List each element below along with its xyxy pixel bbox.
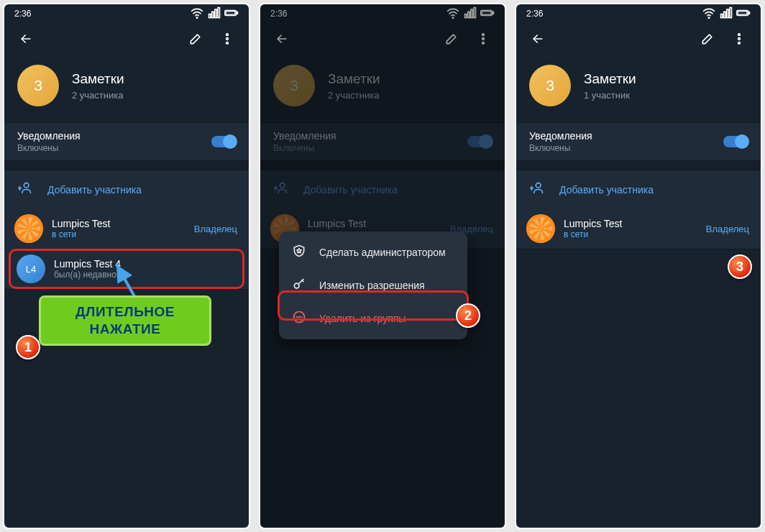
signal-icon [719, 6, 733, 22]
svg-rect-4 [218, 7, 220, 17]
battery-icon [480, 6, 495, 22]
group-avatar[interactable]: З [273, 65, 315, 106]
step-badge-3: 3 [728, 254, 752, 279]
svg-point-40 [738, 38, 741, 40]
svg-point-0 [196, 17, 197, 18]
svg-rect-21 [493, 12, 493, 14]
back-button[interactable] [13, 26, 39, 52]
notifications-toggle[interactable] [723, 136, 748, 147]
ctx-remove-label: Удалить из группы [319, 313, 406, 324]
member-status: в сети [52, 229, 110, 239]
notifications-state: Включены [273, 143, 336, 153]
group-title: Заметки [328, 71, 380, 87]
notifications-row[interactable]: Уведомления Включены [260, 122, 505, 161]
screen-3: 2:36 З Заметки 1 участник [515, 3, 762, 529]
edit-button[interactable] [183, 26, 209, 52]
svg-rect-20 [482, 11, 491, 14]
key-icon [292, 277, 306, 294]
notifications-title: Уведомления [17, 130, 81, 142]
ctx-remove[interactable]: Удалить из группы [279, 302, 467, 335]
add-member-label: Добавить участника [47, 184, 142, 196]
member-status: в сети [564, 229, 622, 239]
back-button[interactable] [525, 26, 551, 52]
back-button[interactable] [269, 26, 295, 52]
status-icons [190, 6, 239, 22]
toolbar [4, 23, 249, 55]
signal-icon [207, 6, 221, 22]
svg-rect-2 [212, 12, 214, 17]
wifi-icon [702, 6, 716, 22]
battery-icon [224, 6, 239, 22]
svg-rect-38 [748, 12, 749, 14]
svg-rect-17 [471, 9, 473, 18]
add-member-icon [529, 180, 545, 198]
group-subtitle: 2 участника [72, 90, 124, 101]
group-title: Заметки [584, 71, 636, 87]
add-member-label: Добавить участника [303, 184, 398, 196]
group-title: Заметки [72, 71, 124, 87]
member-name: Lumpics Test [308, 218, 366, 229]
more-button[interactable] [726, 26, 752, 52]
notifications-row[interactable]: Уведомления Включены [516, 122, 761, 161]
ctx-make-admin[interactable]: Сделать администратором [279, 236, 467, 269]
notifications-title: Уведомления [529, 130, 592, 142]
svg-rect-16 [468, 12, 470, 17]
add-member-row[interactable]: Добавить участника [260, 170, 505, 208]
svg-rect-7 [237, 12, 237, 14]
status-icons [446, 6, 495, 22]
svg-rect-34 [727, 9, 729, 18]
more-button[interactable] [470, 26, 496, 52]
svg-point-41 [738, 42, 741, 45]
wifi-icon [446, 6, 460, 22]
group-avatar[interactable]: З [17, 65, 59, 106]
member-role: Владелец [194, 224, 239, 234]
svg-point-8 [226, 34, 229, 36]
ctx-permissions[interactable]: Изменить разрешения [279, 269, 467, 302]
group-header: З Заметки 2 участника [260, 55, 505, 122]
battery-icon [736, 6, 751, 22]
status-time: 2:36 [270, 9, 287, 19]
edit-button[interactable] [695, 26, 720, 52]
status-time: 2:36 [14, 9, 31, 19]
member-avatar [526, 214, 555, 243]
svg-point-23 [482, 38, 485, 40]
group-header: З Заметки 1 участник [516, 55, 761, 122]
svg-point-14 [452, 17, 453, 18]
notifications-row[interactable]: Уведомления Включены [4, 122, 249, 161]
edit-button[interactable] [439, 26, 464, 52]
notifications-toggle[interactable] [467, 136, 492, 147]
wifi-icon [190, 6, 204, 22]
status-bar: 2:36 [516, 4, 761, 23]
group-subtitle: 2 участника [328, 90, 380, 101]
toolbar [260, 23, 505, 55]
remove-icon [292, 310, 306, 327]
add-member-row[interactable]: Добавить участника [4, 170, 249, 208]
status-time: 2:36 [526, 9, 543, 19]
notifications-state: Включены [529, 143, 592, 153]
screen-2: 2:36 З Заметки 2 участника [259, 3, 506, 529]
add-member-row[interactable]: Добавить участника [516, 170, 761, 208]
svg-point-24 [482, 42, 485, 45]
svg-rect-37 [738, 11, 747, 14]
member-name: Lumpics Test [564, 218, 622, 229]
member-name: Lumpics Test [52, 218, 110, 229]
member-row[interactable]: Lumpics Test в сети Владелец [4, 208, 249, 249]
svg-point-22 [482, 34, 485, 36]
ctx-permissions-label: Изменить разрешения [319, 280, 425, 291]
more-button[interactable] [214, 26, 240, 52]
member-avatar: L4 [17, 254, 45, 283]
group-avatar[interactable]: З [529, 65, 571, 106]
ctx-make-admin-label: Сделать администратором [319, 247, 446, 258]
member-row[interactable]: Lumpics Test в сети Владелец [516, 208, 761, 249]
long-press-callout: ДЛИТЕЛЬНОЕНАЖАТИЕ [39, 295, 211, 346]
notifications-state: Включены [17, 143, 81, 153]
notifications-toggle[interactable] [211, 136, 236, 147]
context-menu: Сделать администратором Изменить разреше… [279, 231, 467, 339]
svg-point-25 [280, 183, 285, 188]
svg-point-31 [708, 17, 709, 18]
screen-1: 2:36 З Заметки 2 участника [3, 3, 250, 529]
status-bar: 2:36 [260, 4, 505, 23]
notifications-title: Уведомления [273, 130, 336, 142]
group-subtitle: 1 участник [584, 90, 636, 101]
svg-point-10 [226, 42, 229, 45]
